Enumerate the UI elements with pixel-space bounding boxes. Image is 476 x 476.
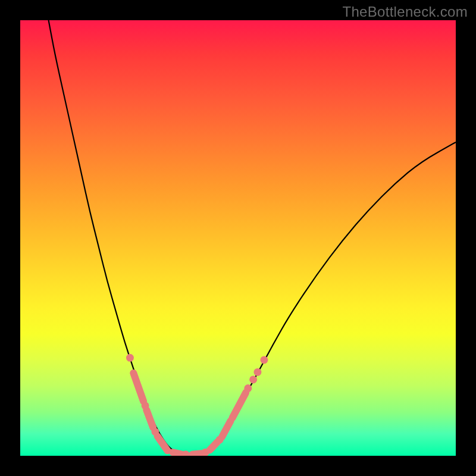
- marker-dot: [126, 354, 134, 362]
- marker-segment: [146, 410, 153, 427]
- marker-dot: [253, 368, 261, 376]
- marker-segment: [158, 436, 168, 450]
- marker-layer: [126, 354, 268, 456]
- marker-segment: [192, 453, 201, 454]
- marker-dot: [260, 356, 268, 364]
- curve-layer: [49, 20, 456, 455]
- watermark-text: TheBottleneck.com: [342, 4, 468, 20]
- chart-frame: TheBottleneck.com: [0, 0, 476, 476]
- marker-segment: [209, 442, 217, 450]
- marker-segment: [133, 373, 143, 402]
- bottleneck-curve: [49, 20, 456, 455]
- marker-dot: [249, 375, 257, 383]
- chart-overlay: [20, 20, 456, 456]
- marker-segment: [222, 421, 231, 437]
- marker-dot: [244, 384, 252, 392]
- marker-segment: [232, 393, 246, 418]
- marker-segment: [173, 452, 182, 455]
